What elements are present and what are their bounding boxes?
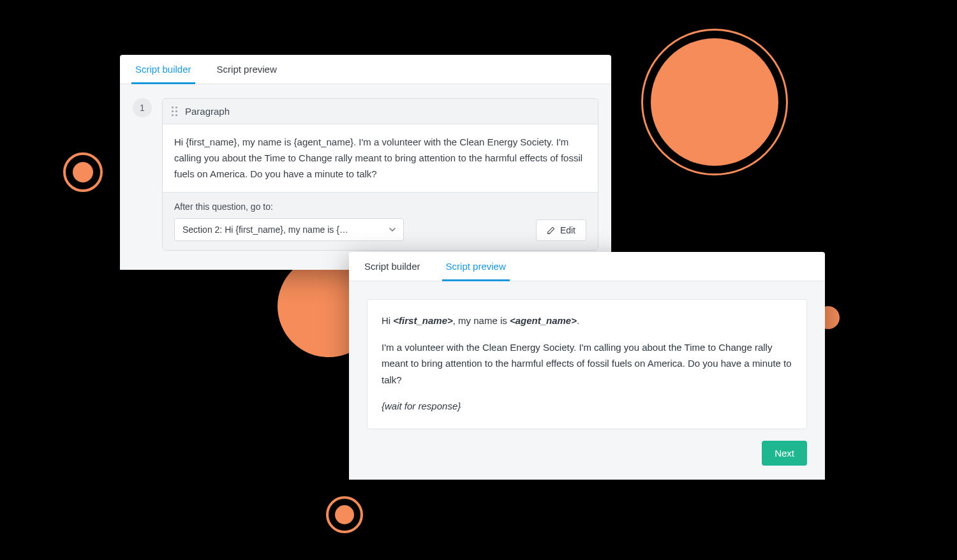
step-number-badge: 1 xyxy=(133,98,152,117)
script-builder-card: Script builder Script preview 1 Paragrap… xyxy=(120,55,611,270)
next-button[interactable]: Next xyxy=(762,441,807,466)
tabs: Script builder Script preview xyxy=(120,55,611,84)
preview-text-box: Hi <first_name>, my name is <agent_name>… xyxy=(367,299,807,429)
preview-body: Hi <first_name>, my name is <agent_name>… xyxy=(349,281,825,480)
tab-script-builder[interactable]: Script builder xyxy=(360,252,424,281)
goto-label: After this question, go to: xyxy=(174,202,404,212)
paragraph-block: Paragraph Hi {first_name}, my name is {a… xyxy=(162,98,598,251)
edit-button[interactable]: Edit xyxy=(536,219,586,241)
paragraph-text: Hi {first_name}, my name is {agent_name}… xyxy=(163,124,598,192)
text-fragment: , my name is xyxy=(453,315,510,326)
builder-body: 1 Paragraph Hi {first_name}, my name is … xyxy=(120,84,611,270)
preview-line-2: I'm a volunteer with the Clean Energy So… xyxy=(382,339,792,388)
decorative-circle xyxy=(73,162,93,182)
drag-handle-icon[interactable] xyxy=(172,107,177,116)
preview-line-1: Hi <first_name>, my name is <agent_name>… xyxy=(382,313,792,329)
variable-placeholder: <agent_name> xyxy=(510,315,577,326)
preview-footer: Next xyxy=(367,441,807,466)
preview-wait-instruction: {wait for response} xyxy=(382,398,792,415)
goto-selector-group: After this question, go to: Section 2: H… xyxy=(174,202,404,241)
text-fragment: . xyxy=(577,315,579,326)
tab-script-preview[interactable]: Script preview xyxy=(442,252,510,281)
block-footer: After this question, go to: Section 2: H… xyxy=(163,192,598,250)
chevron-down-icon xyxy=(389,226,396,233)
block-header: Paragraph xyxy=(163,99,598,124)
decorative-circle xyxy=(651,38,778,166)
variable-placeholder: <first_name> xyxy=(393,315,452,326)
decorative-circle xyxy=(335,505,354,524)
tabs: Script builder Script preview xyxy=(349,252,825,281)
tab-script-preview[interactable]: Script preview xyxy=(213,55,281,84)
script-preview-card: Script builder Script preview Hi <first_… xyxy=(349,252,825,480)
edit-button-label: Edit xyxy=(560,225,575,235)
text-fragment: Hi xyxy=(382,315,393,326)
goto-select-value: Section 2: Hi {first_name}, my name is {… xyxy=(182,225,348,235)
block-type-label: Paragraph xyxy=(185,106,230,117)
goto-select[interactable]: Section 2: Hi {first_name}, my name is {… xyxy=(174,218,404,241)
tab-script-builder[interactable]: Script builder xyxy=(131,55,195,84)
pencil-icon xyxy=(547,226,555,235)
